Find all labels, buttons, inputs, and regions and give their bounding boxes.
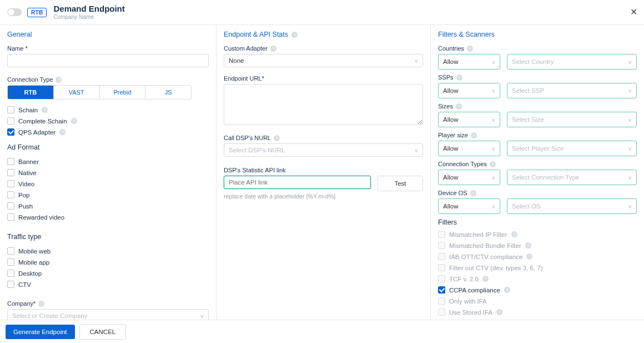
os-allow[interactable]: Allow∨	[438, 198, 500, 214]
title-block: Demand Endpoint Company Name	[53, 4, 124, 21]
seg-vast[interactable]: VAST	[53, 86, 99, 99]
company-name: Company Name	[53, 14, 124, 21]
player-allow[interactable]: Allow∨	[438, 141, 500, 156]
help-icon[interactable]: ?	[42, 107, 48, 113]
test-button[interactable]: Test	[378, 176, 423, 191]
filters-heading: Filters	[438, 218, 637, 226]
url-label: Endpoint URL*	[224, 75, 423, 82]
player-select[interactable]: Select Player Size∨	[507, 141, 637, 156]
seg-js[interactable]: JS	[145, 86, 191, 99]
filters-scanners-heading: Filters & Scanners	[438, 31, 637, 38]
stored-ifa-row[interactable]: Use Stored IFA?	[438, 309, 637, 316]
help-icon[interactable]: ?	[71, 118, 77, 124]
schain-cb[interactable]	[7, 106, 14, 113]
ad-format-heading: Ad Format	[7, 143, 209, 151]
ssps-label: SSPs?	[438, 74, 637, 81]
complete-schain-cb[interactable]	[7, 117, 14, 125]
format-row[interactable]: Rewarded video	[7, 213, 209, 221]
rtb-badge: RTB	[27, 8, 47, 17]
os-select[interactable]: Select OS∨	[507, 198, 637, 214]
help-icon[interactable]: ?	[456, 74, 462, 81]
columns: General Name * Connection Type? RTB VAST…	[0, 25, 644, 320]
iab-row[interactable]: IAB OTT/CTV compliance?	[438, 253, 637, 260]
nurl-label: Call DSP's NURL?	[224, 135, 423, 141]
only-ifa-row[interactable]: Only with IFA	[438, 297, 637, 305]
countries-select[interactable]: Select Country∨	[507, 54, 637, 69]
sizes-allow[interactable]: Allow∨	[438, 112, 500, 127]
help-icon[interactable]: ?	[38, 301, 44, 307]
conn-allow[interactable]: Allow∨	[438, 170, 500, 185]
api-label: DSP's Statistic API link	[224, 167, 423, 173]
nurl-select[interactable]: Select DSP's NURL ∨	[224, 143, 423, 157]
mismatch-ip-row[interactable]: Mismatched IP Filter?	[438, 231, 637, 238]
player-size-label: Player size?	[438, 132, 637, 138]
help-icon[interactable]: ?	[56, 77, 62, 83]
help-icon[interactable]: ?	[270, 46, 276, 52]
cancel-button[interactable]: CANCEL	[79, 324, 127, 340]
generate-button[interactable]: Generate Endpoint	[6, 325, 75, 339]
countries-label: Countries?	[438, 45, 637, 52]
schain-row[interactable]: Schain ?	[7, 106, 209, 113]
filters-panel: Filters & Scanners Countries? Allow∨ Sel…	[431, 25, 644, 320]
help-icon[interactable]: ?	[274, 135, 280, 141]
traffic-type-heading: Traffic type	[7, 233, 209, 241]
filter-ctv-row[interactable]: Filter out CTV (dev. types 3, 6, 7)	[438, 264, 637, 271]
format-row[interactable]: Video	[7, 180, 209, 187]
page-title: Demand Endpoint	[53, 4, 124, 14]
connection-type-label: Connection Type?	[7, 76, 209, 83]
name-label: Name *	[7, 45, 209, 52]
endpoint-url-input[interactable]	[224, 84, 423, 125]
seg-prebid[interactable]: Prebid	[99, 86, 145, 99]
api-link-input[interactable]	[224, 176, 371, 189]
traffic-row[interactable]: Mobile app	[7, 259, 209, 266]
enable-toggle[interactable]	[7, 8, 22, 16]
help-icon[interactable]: ?	[470, 190, 476, 196]
chevron-down-icon: ∨	[491, 59, 495, 65]
company-select[interactable]: Select or Create Company ∨	[7, 309, 209, 320]
endpoint-heading: Endpoint & API Stats?	[224, 31, 423, 38]
seg-rtb[interactable]: RTB	[8, 86, 53, 99]
complete-schain-row[interactable]: Complete Schain ?	[7, 117, 209, 125]
format-row[interactable]: Native	[7, 169, 209, 176]
countries-allow[interactable]: Allow∨	[438, 54, 500, 69]
sizes-select[interactable]: Select Size∨	[507, 112, 637, 127]
general-panel: General Name * Connection Type? RTB VAST…	[0, 25, 217, 320]
chevron-down-icon: ∨	[414, 147, 418, 153]
company-label: Company*?	[7, 300, 209, 307]
mismatch-bundle-row[interactable]: Mismatched Bundle Filter?	[438, 242, 637, 249]
footer: Generate Endpoint CANCEL	[0, 320, 644, 343]
traffic-row[interactable]: Mobile web	[7, 247, 209, 255]
help-icon[interactable]: ?	[471, 132, 477, 138]
traffic-row[interactable]: Desktop	[7, 270, 209, 277]
ccpa-row[interactable]: CCPA compliance?	[438, 286, 637, 294]
general-heading: General	[7, 31, 209, 38]
help-icon[interactable]: ?	[59, 129, 66, 135]
tcf-row[interactable]: TCF v. 2.0?	[438, 275, 637, 282]
qps-adapter-cb[interactable]	[7, 128, 14, 136]
help-icon[interactable]: ?	[456, 103, 462, 110]
name-input[interactable]	[7, 54, 209, 67]
format-row[interactable]: Pop	[7, 191, 209, 198]
header: RTB Demand Endpoint Company Name ✕	[0, 0, 644, 25]
help-icon[interactable]: ?	[467, 46, 473, 52]
device-os-label: Device OS?	[438, 190, 637, 196]
adapter-select[interactable]: None ∨	[224, 54, 423, 67]
traffic-row[interactable]: CTV	[7, 281, 209, 288]
conn-select[interactable]: Select Connection Type∨	[507, 170, 637, 185]
api-row: Test	[224, 176, 423, 191]
sizes-label: Sizes?	[438, 103, 637, 110]
qps-adapter-row[interactable]: QPS Adapter ?	[7, 128, 209, 136]
adapter-label: Custom Adapter?	[224, 45, 423, 52]
format-row[interactable]: Push	[7, 202, 209, 210]
ssps-select[interactable]: Select SSP∨	[507, 83, 637, 98]
chevron-down-icon: ∨	[414, 58, 418, 64]
close-icon[interactable]: ✕	[630, 8, 637, 17]
connection-type-seg: RTB VAST Prebid JS	[7, 85, 192, 100]
chevron-down-icon: ∨	[628, 59, 632, 65]
conn-types-label: Connection Types?	[438, 161, 637, 167]
api-hint: replace date with a placeholder {%Y-m-d%…	[224, 193, 423, 200]
ssps-allow[interactable]: Allow∨	[438, 83, 500, 98]
help-icon[interactable]: ?	[291, 32, 298, 38]
help-icon[interactable]: ?	[490, 161, 496, 167]
format-row[interactable]: Banner	[7, 158, 209, 165]
